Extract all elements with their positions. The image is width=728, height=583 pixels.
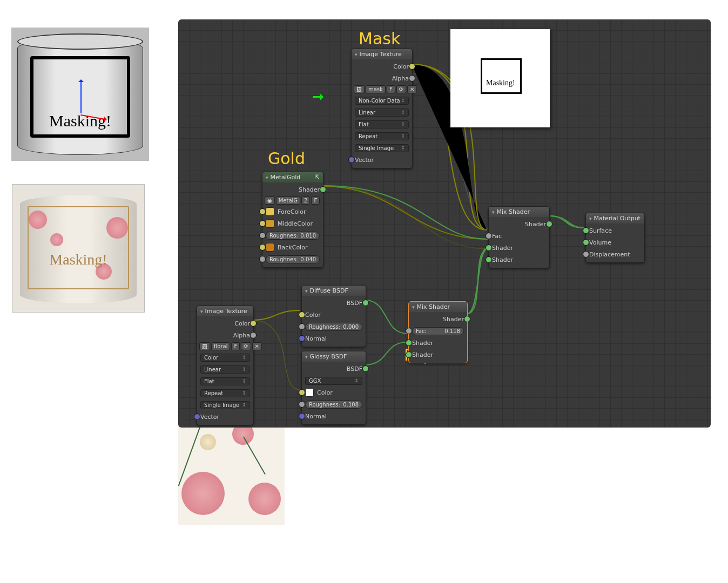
render-preview-image: Masking!: [12, 184, 145, 313]
image-remove[interactable]: ✕: [252, 342, 262, 350]
node-editor[interactable]: Mask Gold Paper → Masking! ▾Image Textur…: [178, 19, 711, 428]
mask-texture-preview: Masking!: [450, 29, 550, 127]
projection-dropdown[interactable]: Flat: [355, 120, 409, 128]
source-dropdown[interactable]: Single Image: [200, 401, 250, 409]
annotation-mask: Mask: [359, 29, 400, 48]
projection-dropdown[interactable]: Flat: [200, 377, 250, 385]
color-swatch[interactable]: [266, 207, 274, 216]
input-socket-roughness[interactable]: [299, 401, 305, 408]
input-socket-roughness[interactable]: [299, 323, 305, 330]
node-floral-image-texture[interactable]: ▾Image Texture Color Alpha 🖼 floral F ⟳ …: [197, 306, 254, 425]
input-socket-displacement[interactable]: [583, 251, 589, 257]
color-swatch[interactable]: [305, 388, 314, 397]
extension-dropdown[interactable]: Repeat: [355, 132, 409, 140]
input-socket[interactable]: [259, 244, 266, 250]
distribution-dropdown[interactable]: GGX: [305, 377, 362, 385]
input-socket[interactable]: [259, 220, 266, 227]
node-mix-shader-final[interactable]: ▾Mix Shader Shader Fac Shader Shader: [488, 206, 550, 268]
image-unlink[interactable]: ⟳: [241, 342, 251, 350]
roughness-2-field[interactable]: Roughnes:0.040: [266, 255, 320, 263]
roughness-1-field[interactable]: Roughnes:0.010: [266, 232, 320, 240]
socket-label: MiddleColor: [278, 220, 313, 227]
socket-label: Color: [305, 311, 321, 318]
color-space-dropdown[interactable]: Color: [200, 354, 250, 362]
color-swatch[interactable]: [266, 219, 274, 228]
socket-label: Shader: [412, 351, 433, 358]
color-space-dropdown[interactable]: Non-Color Data: [355, 97, 409, 105]
fac-field[interactable]: Fac:0.118: [412, 327, 464, 335]
interpolation-dropdown[interactable]: Linear: [355, 109, 409, 117]
image-datablock-icon[interactable]: 🖼: [199, 342, 210, 350]
input-socket-shader-1[interactable]: [486, 245, 492, 251]
input-socket-fac[interactable]: [406, 328, 412, 334]
input-socket-color[interactable]: [299, 311, 305, 318]
input-socket-volume[interactable]: [583, 239, 589, 246]
output-socket-alpha[interactable]: [409, 75, 415, 82]
socket-label: Shader: [299, 186, 320, 193]
socket-label: ForeColor: [278, 208, 306, 215]
output-socket-shader[interactable]: [464, 316, 470, 322]
render-mask-text: Masking!: [12, 251, 144, 268]
output-socket-bsdf[interactable]: [362, 365, 369, 372]
input-socket-color[interactable]: [299, 389, 305, 396]
group-fake-user[interactable]: F: [311, 196, 320, 205]
roughness-field[interactable]: Roughness:0.000: [305, 323, 362, 331]
mask-preview-text: Masking!: [486, 79, 515, 87]
image-fake-user[interactable]: F: [387, 85, 395, 93]
socket-label: Vector: [355, 157, 374, 164]
socket-label: Color: [317, 389, 333, 396]
node-title: Glossy BSDF: [310, 353, 347, 360]
node-metal-gold-group[interactable]: ▾MetalGold⇱ Shader ◉ MetalG 2 F ForeColo…: [262, 172, 323, 268]
image-name[interactable]: floral: [211, 342, 230, 350]
color-swatch[interactable]: [266, 243, 274, 252]
output-socket-color[interactable]: [409, 63, 415, 70]
socket-label: Volume: [589, 239, 611, 246]
image-datablock-icon[interactable]: 🖼: [354, 85, 365, 93]
socket-label: Vector: [200, 413, 219, 421]
output-socket-bsdf[interactable]: [362, 300, 369, 306]
input-socket-surface[interactable]: [583, 227, 589, 234]
input-socket-shader-2[interactable]: [406, 351, 412, 358]
node-glossy-bsdf[interactable]: ▾Glossy BSDF BSDF GGX Color Roughness:0.…: [301, 351, 366, 425]
output-socket-color[interactable]: [250, 320, 257, 327]
output-socket-shader[interactable]: [320, 186, 326, 193]
socket-label: Shader: [412, 340, 433, 347]
group-edit-icon[interactable]: ⇱: [315, 174, 320, 181]
node-title: Image Texture: [205, 308, 247, 315]
image-unlink[interactable]: ⟳: [396, 85, 406, 93]
floral-texture-preview: [178, 418, 285, 525]
input-socket[interactable]: [259, 208, 266, 215]
input-socket[interactable]: [259, 232, 266, 239]
input-socket[interactable]: [259, 256, 266, 262]
socket-label: Normal: [305, 335, 327, 342]
group-datablock-icon[interactable]: ◉: [265, 196, 275, 205]
input-socket-vector[interactable]: [348, 157, 355, 163]
image-fake-user[interactable]: F: [231, 342, 240, 350]
socket-label: Alpha: [233, 332, 250, 339]
interpolation-dropdown[interactable]: Linear: [200, 365, 250, 374]
node-title: Mix Shader: [497, 208, 530, 215]
input-socket-fac[interactable]: [486, 233, 492, 239]
node-mask-image-texture[interactable]: ▾Image Texture Color Alpha 🖼 mask F ⟳ ✕ …: [351, 49, 413, 168]
node-material-output[interactable]: ▾Material Output Surface Volume Displace…: [585, 213, 645, 263]
node-mix-shader-paper[interactable]: ▾Mix Shader Shader Fac:0.118 Shader Shad…: [408, 301, 468, 363]
group-users[interactable]: 2: [301, 196, 310, 205]
input-socket-normal[interactable]: [299, 335, 305, 342]
input-socket-shader-2[interactable]: [486, 256, 492, 263]
node-diffuse-bsdf[interactable]: ▾Diffuse BSDF BSDF Color Roughness:0.000…: [301, 285, 366, 347]
node-title: Material Output: [594, 215, 641, 222]
annotation-arrow: →: [312, 89, 324, 105]
input-socket-normal[interactable]: [299, 413, 305, 419]
image-name[interactable]: mask: [366, 85, 386, 93]
output-socket-alpha[interactable]: [250, 332, 257, 338]
output-socket-shader[interactable]: [546, 221, 552, 227]
group-name[interactable]: MetalG: [276, 196, 300, 205]
input-socket-vector[interactable]: [194, 413, 200, 420]
roughness-field[interactable]: Roughness:0.108: [305, 401, 362, 409]
socket-label: BSDF: [347, 365, 362, 372]
source-dropdown[interactable]: Single Image: [355, 144, 409, 152]
extension-dropdown[interactable]: Repeat: [200, 389, 250, 397]
node-title: Diffuse BSDF: [310, 287, 348, 294]
image-remove[interactable]: ✕: [407, 85, 417, 93]
input-socket-shader-1[interactable]: [406, 340, 412, 346]
